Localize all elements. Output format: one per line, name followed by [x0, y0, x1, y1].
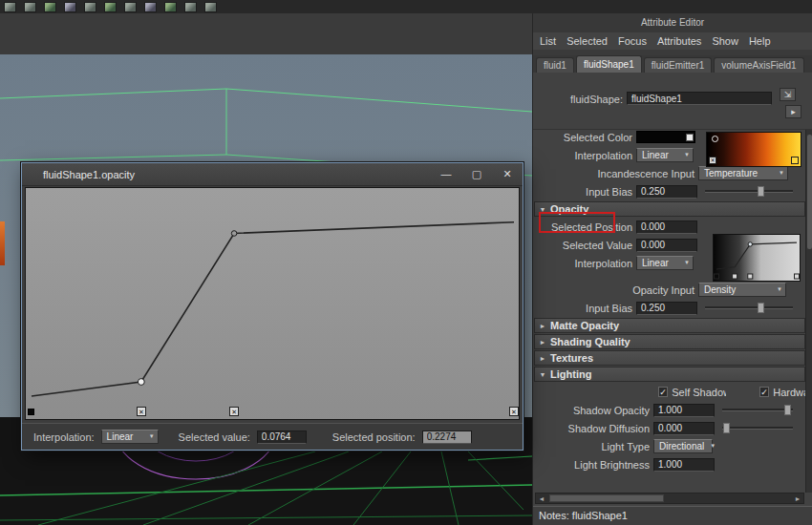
input-bias-slider[interactable] [705, 185, 793, 198]
section-lighting[interactable]: ▼ Lighting [534, 367, 805, 382]
light-brightness-label: Light Brightness [533, 459, 653, 471]
ramp-position-marker[interactable]: ✕ [509, 407, 519, 416]
collapsed-arrow-icon: ► [535, 339, 550, 346]
self-shadow-checkbox[interactable]: ✓ [658, 387, 668, 397]
light-type-row: Light Type Directional ▼ [533, 437, 806, 455]
shadow-diffusion-field[interactable] [653, 422, 715, 435]
shelf-tool-icon[interactable] [24, 2, 36, 12]
tab-fluidemitter1[interactable]: fluidEmitter1 [644, 57, 713, 73]
minimize-icon[interactable]: — [431, 168, 461, 180]
scrollbar-thumb[interactable] [549, 494, 664, 502]
ramp-marker-yellow-icon[interactable] [791, 157, 799, 164]
opacity-ramp-preview[interactable] [713, 234, 801, 282]
selected-color-swatch[interactable] [636, 131, 695, 143]
menu-attributes[interactable]: Attributes [657, 35, 701, 47]
color-handle-icon[interactable] [686, 134, 694, 141]
focus-node-icon[interactable]: ⇲ [780, 88, 796, 101]
opacity-curve [26, 188, 521, 421]
node-name-input[interactable] [627, 92, 772, 105]
shadow-opacity-label: Shadow Opacity [533, 405, 653, 416]
slider-handle[interactable] [758, 303, 764, 313]
selected-position-field[interactable] [636, 220, 697, 234]
notes-label: Notes: [539, 510, 569, 521]
hardware-shadow-checkbox[interactable]: ✓ [759, 387, 769, 397]
opacity-input-value: Density [704, 284, 736, 296]
menu-show[interactable]: Show [712, 35, 738, 47]
input-bias-slider[interactable] [705, 302, 793, 314]
color-interpolation-dropdown[interactable]: Linear ▼ [636, 148, 694, 162]
scroll-right-icon[interactable]: ► [792, 495, 803, 502]
shelf-tool-icon[interactable] [144, 2, 157, 12]
shelf-tool-icon[interactable] [184, 2, 197, 12]
selected-value-field[interactable] [636, 239, 697, 252]
light-brightness-field[interactable] [653, 458, 715, 472]
menu-focus[interactable]: Focus [618, 35, 647, 47]
shelf-tool-icon[interactable] [4, 2, 16, 12]
scroll-left-icon[interactable]: ◄ [536, 495, 547, 502]
presets-icon[interactable]: ▸ [785, 105, 801, 118]
selected-position-field[interactable] [422, 430, 472, 444]
shadow-opacity-field[interactable] [653, 404, 715, 417]
incandescence-input-value: Temperature [704, 167, 758, 179]
attribute-scroll-area[interactable]: Selected Color Interpolation Linear ▼ ✕ [533, 130, 806, 493]
maximize-icon[interactable]: ▢ [461, 168, 492, 180]
opacity-interpolation-dropdown[interactable]: Linear ▼ [636, 256, 694, 270]
node-tabs: fluid1 fluidShape1 fluidEmitter1 volumeA… [533, 55, 812, 73]
shelf-tool-icon[interactable] [204, 2, 217, 12]
menu-list[interactable]: List [540, 35, 556, 47]
shelf-tool-icon[interactable] [64, 2, 76, 12]
section-shading-quality[interactable]: ► Shading Quality [534, 334, 805, 349]
input-bias-field[interactable] [636, 302, 697, 315]
selected-value-label: Selected Value [533, 240, 636, 251]
section-textures[interactable]: ► Textures [534, 350, 805, 366]
opacity-curve-graph[interactable]: ✕✕✕ [25, 187, 520, 420]
slider-handle[interactable] [758, 186, 764, 197]
ramp-position-marker[interactable]: ✕ [229, 407, 239, 416]
slider-handle[interactable] [784, 405, 791, 415]
section-label: Textures [550, 352, 593, 364]
opacity-ramp-window: fluidShape1.opacity — ▢ ✕ ✕✕✕ Interpolat… [21, 162, 524, 451]
tab-fluid1[interactable]: fluid1 [536, 57, 574, 73]
ramp-anchor-marker[interactable] [28, 409, 34, 415]
opacity-input-dropdown[interactable]: Density ▼ [698, 283, 786, 297]
menu-selected[interactable]: Selected [566, 35, 608, 47]
interpolation-value: Linear [107, 430, 134, 443]
slider-handle[interactable] [723, 423, 730, 433]
shelf-tool-icon[interactable] [84, 2, 96, 12]
close-icon[interactable]: ✕ [492, 168, 523, 180]
chevron-down-icon: ▼ [773, 167, 784, 179]
incandescence-input-dropdown[interactable]: Temperature ▼ [698, 166, 788, 180]
shelf-tool-icon[interactable] [104, 2, 117, 12]
chevron-down-icon: ▼ [771, 284, 782, 296]
shadow-opacity-slider[interactable] [722, 404, 793, 416]
ramp-point-icon[interactable] [712, 136, 718, 142]
window-interpolation-dropdown[interactable]: Linear ▼ [101, 430, 159, 444]
vertical-scrollbar[interactable] [805, 130, 812, 493]
interpolation-label: Interpolation [533, 150, 636, 161]
shelf-tool-icon[interactable] [124, 2, 137, 12]
shadow-opacity-row: Shadow Opacity [533, 401, 806, 419]
interpolation-value: Linear [642, 257, 669, 269]
self-shadow-label: Self Shadow [672, 387, 726, 398]
ramp-marker-icon[interactable]: ✕ [709, 157, 716, 164]
opacity-section-label: Opacity [550, 203, 588, 215]
manipulator-handle[interactable] [0, 221, 5, 265]
scrollbar-thumb[interactable] [807, 135, 812, 249]
shelf-tool-icon[interactable] [44, 2, 56, 12]
section-opacity[interactable]: ▼ Opacity [534, 201, 805, 217]
tab-volumeaxisfield1[interactable]: volumeAxisField1 [714, 57, 803, 73]
shelf-tool-icon[interactable] [164, 2, 177, 12]
selected-value-label: Selected value: [179, 431, 250, 443]
input-bias-field[interactable] [636, 185, 697, 199]
section-matte-opacity[interactable]: ► Matte Opacity [534, 318, 805, 333]
color-ramp[interactable]: ✕ [706, 132, 801, 167]
selected-value-field[interactable] [257, 430, 307, 444]
window-titlebar[interactable]: fluidShape1.opacity — ▢ ✕ [22, 163, 523, 186]
menu-help[interactable]: Help [749, 35, 771, 47]
horizontal-scrollbar[interactable]: ◄ ► [535, 493, 804, 504]
tab-fluidshape1[interactable]: fluidShape1 [576, 55, 642, 73]
ramp-position-marker[interactable]: ✕ [137, 407, 146, 416]
shadow-diffusion-slider[interactable] [722, 422, 793, 434]
collapsed-arrow-icon: ► [535, 355, 550, 362]
light-type-dropdown[interactable]: Directional ▼ [653, 439, 713, 453]
